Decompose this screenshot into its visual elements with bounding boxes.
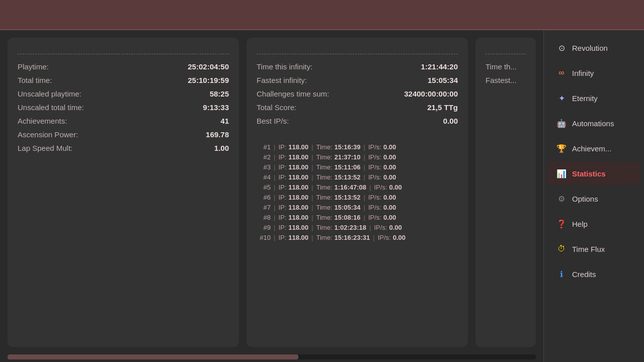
run-ips: 0.00 — [383, 153, 396, 161]
stat-value: 58:25 — [210, 89, 229, 98]
timeflux-icon: ⏱ — [556, 243, 567, 254]
infinity-stat-row: Fastest infinity: 15:05:34 — [257, 76, 458, 84]
stat-value: 21,5 TTg — [427, 103, 458, 112]
stat-label: Unscaled playtime: — [18, 89, 82, 98]
globals-panel: Playtime: 25:02:04:50 Total time: 25:10:… — [8, 38, 239, 347]
run-time: 1:16:47:08 — [334, 184, 366, 191]
globals-stat-row: Playtime: 25:02:04:50 — [18, 62, 229, 71]
globals-stat-row: Total time: 25:10:19:59 — [18, 76, 229, 84]
credits-icon: ℹ — [556, 268, 567, 280]
revolution-icon: ⊙ — [556, 42, 567, 53]
sidebar: ⊙ Revolution ∞ Infinity ✦ Eternity 🤖 Aut… — [543, 30, 644, 362]
sidebar-item-label-achievements: Achievem... — [572, 144, 611, 153]
run-ips: 0.00 — [383, 143, 396, 151]
globals-stat-row: Achievements: 41 — [18, 117, 229, 125]
scrollbar-thumb[interactable] — [8, 354, 298, 359]
stat-value: 25:10:19:59 — [188, 76, 229, 84]
run-num: #7 — [257, 204, 271, 211]
globals-stat-row: Ascension Power: 169.78 — [18, 130, 229, 139]
infinity-panel: Time this infinity: 1:21:44:20 Fastest i… — [247, 38, 468, 347]
sidebar-item-automations[interactable]: 🤖 Automations — [548, 112, 640, 135]
stat-label: Ascension Power: — [18, 130, 78, 139]
run-row: #7 | IP: 118.00 | Time: 15:05:34 | IP/s:… — [257, 204, 458, 211]
run-row: #3 | IP: 118.00 | Time: 15:11:06 | IP/s:… — [257, 163, 458, 171]
sidebar-item-label-credits: Credits — [572, 270, 596, 279]
globals-stat-row: Unscaled playtime: 58:25 — [18, 89, 229, 98]
globals-stat-row: Lap Speed Mult: 1.00 — [18, 144, 229, 152]
stat-value: 169.78 — [206, 130, 229, 139]
sidebar-item-help[interactable]: ❓ Help — [548, 212, 640, 235]
run-time: 15:08:16 — [334, 214, 360, 221]
sidebar-item-label-options: Options — [572, 195, 598, 203]
stat-label: Fastest infinity: — [257, 76, 307, 84]
stat-value: 15:05:34 — [428, 76, 458, 84]
run-time: 15:13:52 — [334, 173, 360, 181]
run-row: #6 | IP: 118.00 | Time: 15:13:52 | IP/s:… — [257, 194, 458, 201]
header — [0, 0, 644, 30]
runs-list: #1 | IP: 118.00 | Time: 15:16:39 | IP/s:… — [257, 143, 458, 244]
run-ips: 0.00 — [393, 234, 406, 241]
sidebar-item-credits[interactable]: ℹ Credits — [548, 262, 640, 286]
infinity-stat-row: Total Score: 21,5 TTg — [257, 103, 458, 112]
stat-label: Playtime: — [18, 62, 49, 71]
run-ips: 0.00 — [383, 194, 396, 201]
eternity-stat-row: Fastest... — [486, 76, 526, 84]
stat-label: Total time: — [18, 76, 52, 84]
run-num: #3 — [257, 163, 271, 171]
infinity-stats: Time this infinity: 1:21:44:20 Fastest i… — [257, 62, 458, 130]
globals-stat-row: Unscaled total time: 9:13:33 — [18, 103, 229, 112]
sidebar-item-label-help: Help — [572, 220, 588, 228]
run-ips: 0.00 — [383, 204, 396, 211]
sidebar-item-options[interactable]: ⚙ Options — [548, 187, 640, 210]
run-ip: 118.00 — [288, 143, 308, 151]
run-num: #10 — [257, 234, 271, 241]
run-time: 15:11:06 — [334, 163, 360, 171]
infinity-stat-row: Challenges time sum: 32400:00:00:00 — [257, 89, 458, 98]
run-ip: 118.00 — [288, 184, 308, 191]
run-time: 15:13:52 — [334, 194, 360, 201]
run-time: 15:16:39 — [334, 143, 360, 151]
run-time: 15:05:34 — [334, 204, 360, 211]
run-num: #1 — [257, 143, 271, 151]
sidebar-item-eternity[interactable]: ✦ Eternity — [548, 86, 640, 110]
run-num: #2 — [257, 153, 271, 161]
run-time: 21:37:10 — [334, 153, 360, 161]
eternity-divider — [486, 54, 526, 54]
achievements-icon: 🏆 — [556, 143, 567, 154]
stat-value: 32400:00:00:00 — [404, 89, 458, 98]
run-ips: 0.00 — [383, 163, 396, 171]
stat-label: Best IP/s: — [257, 117, 289, 125]
stat-value: 41 — [220, 117, 229, 125]
stat-label: Achievements: — [18, 117, 67, 125]
scrollbar-track[interactable] — [8, 354, 536, 359]
sidebar-item-achievements[interactable]: 🏆 Achievem... — [548, 137, 640, 160]
stat-label: Total Score: — [257, 103, 296, 112]
help-icon: ❓ — [556, 218, 567, 229]
stat-label: Time th... — [486, 62, 517, 71]
sidebar-item-revolution[interactable]: ⊙ Revolution — [548, 36, 640, 59]
run-row: #4 | IP: 118.00 | Time: 15:13:52 | IP/s:… — [257, 173, 458, 181]
run-row: #5 | IP: 118.00 | Time: 1:16:47:08 | IP/… — [257, 184, 458, 191]
sidebar-item-timeflux[interactable]: ⏱ Time Flux — [548, 237, 640, 260]
sidebar-item-label-revolution: Revolution — [572, 44, 608, 52]
run-ip: 118.00 — [288, 204, 308, 211]
globals-stats: Playtime: 25:02:04:50 Total time: 25:10:… — [18, 62, 229, 157]
stat-value: 25:02:04:50 — [188, 62, 229, 71]
run-ips: 0.00 — [383, 173, 396, 181]
run-num: #6 — [257, 194, 271, 201]
run-num: #8 — [257, 214, 271, 221]
sidebar-item-label-automations: Automations — [572, 119, 614, 128]
statistics-icon: 📊 — [556, 168, 567, 179]
infinity-divider — [257, 54, 458, 54]
sidebar-item-infinity[interactable]: ∞ Infinity — [548, 61, 640, 84]
sidebar-item-statistics[interactable]: 📊 Statistics — [548, 162, 640, 185]
eternity-stat-row: Time th... — [486, 62, 526, 71]
run-row: #10 | IP: 118.00 | Time: 15:16:23:31 | I… — [257, 234, 458, 241]
run-ip: 118.00 — [288, 173, 308, 181]
sidebar-item-label-eternity: Eternity — [572, 94, 598, 103]
stat-value: 1:21:44:20 — [421, 62, 458, 71]
sidebar-item-label-statistics: Statistics — [572, 169, 606, 178]
panels-wrapper: Playtime: 25:02:04:50 Total time: 25:10:… — [0, 30, 543, 362]
infinity-icon: ∞ — [556, 67, 567, 78]
run-time: 15:16:23:31 — [334, 234, 370, 241]
